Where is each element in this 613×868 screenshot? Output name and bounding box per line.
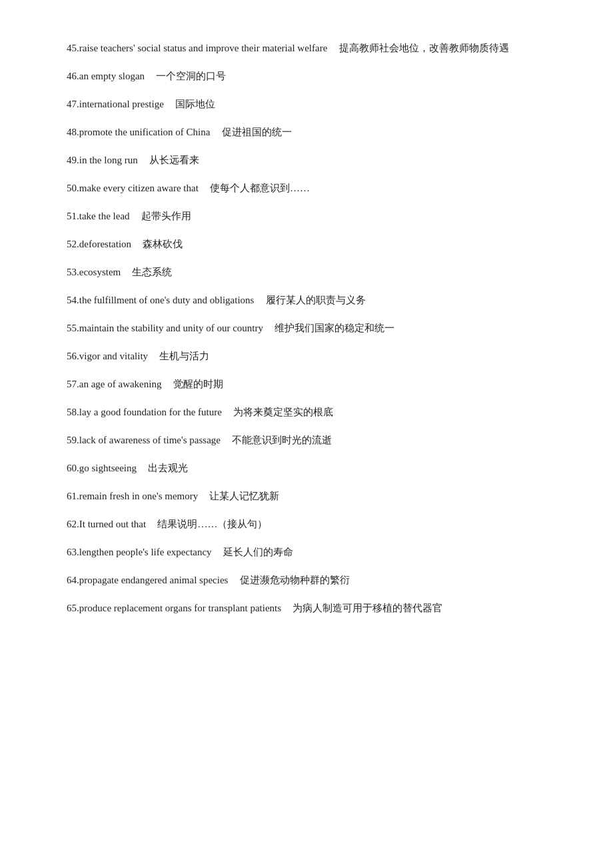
chinese-text: 提高教师社会地位，改善教师物质待遇: [331, 43, 508, 53]
list-item: 59.lack of awareness of time's passage 不…: [67, 432, 546, 448]
english-text: 64.propagate endangered animal species: [67, 575, 228, 585]
chinese-text: 使每个人都意识到……: [203, 183, 310, 193]
chinese-text: 生态系统: [125, 267, 172, 277]
english-text: 48.promote the unification of China: [67, 127, 210, 137]
english-text: 53.ecosystem: [67, 267, 121, 277]
chinese-text: 出去观光: [141, 463, 188, 473]
english-text: 58.lay a good foundation for the future: [67, 407, 222, 417]
chinese-text: 为病人制造可用于移植的替代器官: [285, 603, 442, 613]
chinese-text: 国际地位: [168, 99, 215, 109]
list-item: 61.remain fresh in one's memory 让某人记忆犹新: [67, 488, 546, 504]
list-item: 48.promote the unification of China 促进祖国…: [67, 124, 546, 140]
chinese-text: 森林砍伐: [135, 239, 183, 249]
list-item: 53.ecosystem 生态系统: [67, 264, 546, 280]
list-item: 65.produce replacement organs for transp…: [67, 600, 546, 616]
english-text: 63.lengthen people's life expectancy: [67, 547, 212, 557]
list-item: 62.It turned out that 结果说明……（接从句）: [67, 516, 546, 532]
chinese-text: 维护我们国家的稳定和统一: [267, 323, 394, 333]
chinese-text: 生机与活力: [152, 351, 209, 361]
english-text: 61.remain fresh in one's memory: [67, 491, 198, 501]
chinese-text: 觉醒的时期: [165, 379, 223, 389]
english-text: 55.maintain the stability and unity of o…: [67, 323, 263, 333]
english-text: 49.in the long run: [67, 155, 138, 165]
chinese-text: 一个空洞的口号: [149, 71, 226, 81]
english-text: 57.an age of awakening: [67, 379, 161, 389]
chinese-text: 为将来奠定坚实的根底: [226, 407, 333, 417]
english-text: 50.make every citizen aware that: [67, 183, 199, 193]
list-item: 47.international prestige 国际地位: [67, 96, 546, 112]
english-text: 52.deforestation: [67, 239, 131, 249]
english-text: 47.international prestige: [67, 99, 164, 109]
english-text: 45.raise teachers' social status and imp…: [67, 43, 327, 53]
chinese-text: 让某人记忆犹新: [202, 491, 279, 501]
list-item: 54.the fulfillment of one's duty and obl…: [67, 292, 546, 308]
english-text: 51.take the lead: [67, 211, 130, 221]
list-item: 55.maintain the stability and unity of o…: [67, 320, 546, 336]
list-item: 46.an empty slogan 一个空洞的口号: [67, 68, 546, 84]
english-text: 56.vigor and vitality: [67, 351, 148, 361]
chinese-text: 不能意识到时光的流逝: [225, 435, 332, 445]
list-item: 45.raise teachers' social status and imp…: [67, 40, 546, 56]
list-item: 51.take the lead 起带头作用: [67, 208, 546, 224]
english-text: 65.produce replacement organs for transp…: [67, 603, 281, 613]
english-text: 59.lack of awareness of time's passage: [67, 435, 221, 445]
chinese-text: 履行某人的职责与义务: [258, 295, 365, 305]
english-text: 46.an empty slogan: [67, 71, 145, 81]
list-item: 50.make every citizen aware that 使每个人都意识…: [67, 180, 546, 196]
english-text: 54.the fulfillment of one's duty and obl…: [67, 295, 254, 305]
chinese-text: 延长人们的寿命: [216, 547, 293, 557]
chinese-text: 起带头作用: [134, 211, 191, 221]
list-item: 49.in the long run 从长远看来: [67, 152, 546, 168]
chinese-text: 促进濒危动物种群的繁衍: [232, 575, 349, 585]
chinese-text: 促进祖国的统一: [214, 127, 291, 137]
list-item: 58.lay a good foundation for the future …: [67, 404, 546, 420]
english-text: 62.It turned out that: [67, 519, 146, 529]
english-text: 60.go sightseeing: [67, 463, 137, 473]
list-item: 64.propagate endangered animal species 促…: [67, 572, 546, 588]
list-item: 60.go sightseeing 出去观光: [67, 460, 546, 476]
chinese-text: 结果说明……（接从句）: [150, 519, 267, 529]
chinese-text: 从长远看来: [142, 155, 199, 165]
list-item: 57.an age of awakening 觉醒的时期: [67, 376, 546, 392]
list-item: 63.lengthen people's life expectancy 延长人…: [67, 544, 546, 560]
list-item: 52.deforestation 森林砍伐: [67, 236, 546, 252]
content-area: 45.raise teachers' social status and imp…: [67, 40, 546, 616]
list-item: 56.vigor and vitality 生机与活力: [67, 348, 546, 364]
